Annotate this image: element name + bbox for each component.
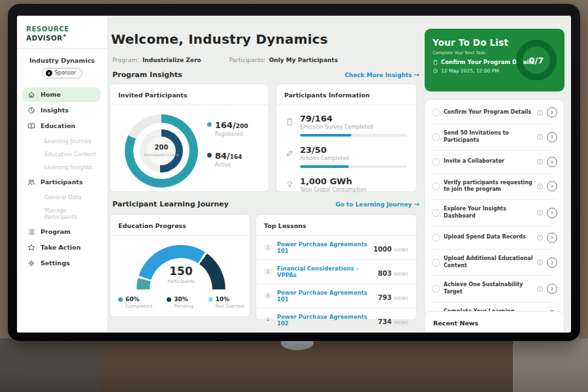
task-checkbox[interactable]: [432, 133, 440, 141]
legend-total: 200: [236, 123, 248, 129]
sidebar-item-label: Take Action: [41, 244, 81, 251]
views-word: views: [393, 247, 408, 253]
program-dropdown[interactable]: Program: Industrialize Zero: [112, 54, 210, 66]
task-label: Explore Your Insights Dashboard: [444, 206, 533, 220]
lesson-link[interactable]: Financial Considerations - VPPAs: [277, 265, 373, 278]
lesson-link[interactable]: Power Purchase Agreements 101: [277, 289, 373, 302]
arrow-right-icon: →: [414, 201, 419, 208]
todo-task[interactable]: Confirm Your Program Details ? ›: [432, 101, 557, 123]
todo-task[interactable]: Achieve One Sustainability Target ? ›: [432, 275, 557, 302]
recent-news-card: Recent News: [425, 311, 564, 333]
filters-row: Program: Industrialize Zero Participants…: [112, 54, 346, 66]
dashboard-screen: RESOURCE ADVISOR+ Industry Dynamics Spon…: [17, 16, 571, 333]
legend-label: Not Started: [216, 303, 244, 309]
gauge-center: 150 Participants: [137, 265, 225, 284]
link-text: Check More Insights: [344, 72, 412, 78]
sidebar-item-take-action[interactable]: Take Action: [22, 240, 101, 255]
lesson-views: 803: [378, 270, 392, 277]
sidebar-item-learning-journey[interactable]: Learning Journey: [44, 135, 101, 148]
todo-hero-card: Your To Do List Complete Your Next Task:…: [425, 29, 564, 91]
invited-participants-card: Invited Participants 200 Participants In…: [110, 84, 269, 192]
todo-task[interactable]: Invite a Collaborator ? ›: [432, 150, 557, 173]
task-checkbox[interactable]: [432, 209, 440, 217]
stat-label: Actions Completed: [300, 155, 407, 161]
todo-task[interactable]: Send 50 Invitations to Participants ? ›: [432, 123, 557, 150]
take-action-icon: [27, 244, 35, 252]
task-label: Send 50 Invitations to Participants: [444, 130, 533, 144]
stat-emission-survey: 79/164 Emission Survey Completed: [286, 114, 407, 137]
participants-dropdown[interactable]: Participants: Only My Participants: [229, 54, 346, 66]
lightbulb-icon: [286, 179, 294, 191]
todo-task[interactable]: Verify participants requesting to join t…: [432, 173, 557, 200]
task-checkbox[interactable]: [432, 285, 440, 293]
gauge-legend: 60% Completed 30% Pending 10% Not Starte…: [118, 296, 244, 309]
legend-dot: [208, 297, 213, 302]
todo-due-label: 12 May 2025, 12:00 PM: [441, 68, 499, 74]
task-checkbox[interactable]: [432, 259, 440, 267]
progress-fill: [300, 134, 351, 137]
legend-dot: [167, 297, 171, 302]
leaf-icon: [286, 148, 294, 160]
chevron-right-icon[interactable]: ›: [547, 181, 557, 191]
brand-logo: RESOURCE ADVISOR+: [26, 25, 107, 42]
chevron-right-icon[interactable]: ›: [547, 107, 557, 118]
lesson-views: 793: [378, 294, 392, 301]
lesson-row: 1 Power Purchase Agreements 101 1000view…: [256, 236, 416, 260]
donut-legend: 164/200 Registered 84/164 Active: [207, 118, 248, 180]
task-label: Achieve One Sustainability Target: [444, 282, 533, 296]
book-icon: [27, 122, 35, 130]
bolt-icon: [46, 70, 52, 76]
sidebar-item-manage-participants[interactable]: Manage Participants: [44, 204, 101, 223]
lesson-link[interactable]: Power Purchase Agreements 101: [277, 241, 368, 254]
task-checkbox[interactable]: [432, 182, 440, 190]
sidebar-item-learning-insights[interactable]: Learning Insights: [44, 161, 101, 174]
sidebar-item-home[interactable]: Home: [22, 88, 101, 102]
sidebar-item-participants[interactable]: Participants: [22, 175, 101, 189]
task-checkbox[interactable]: [432, 108, 440, 116]
sidebar-item-program[interactable]: Program: [22, 225, 101, 239]
sidebar-item-general-data[interactable]: General Data: [44, 191, 101, 204]
participants-label: Participants:: [229, 57, 266, 63]
lesson-views: 734: [378, 318, 392, 325]
lesson-row: 4 Power Purchase Agreements 102 734views: [256, 308, 416, 333]
legend-item-active: 84/164 Active: [207, 149, 248, 168]
donut-center: 200 Participants Invited: [143, 137, 180, 165]
chevron-down-icon: [204, 54, 210, 66]
program-insights-header: Program Insights Check More Insights →: [112, 71, 419, 79]
todo-panel: Your To Do List Complete Your Next Task:…: [425, 16, 564, 333]
lesson-row: 2 Financial Considerations - VPPAs 803vi…: [256, 260, 416, 284]
check-more-insights-link[interactable]: Check More Insights →: [344, 71, 419, 78]
sponsor-badge[interactable]: Sponsor: [42, 68, 82, 78]
views-word: views: [393, 319, 408, 325]
sidebar-item-education-content[interactable]: Education Content: [44, 148, 101, 161]
chevron-right-icon[interactable]: ›: [547, 157, 557, 167]
chevron-right-icon[interactable]: ›: [547, 132, 557, 142]
stat-label: Emission Survey Completed: [300, 124, 407, 130]
lesson-rank: 3: [264, 292, 272, 300]
sidebar-item-label: Participants: [41, 178, 83, 186]
chevron-right-icon[interactable]: ›: [547, 284, 557, 294]
todo-task[interactable]: Upload Spend Data Records ? ›: [432, 226, 557, 249]
arrow-right-icon: →: [414, 71, 419, 78]
chevron-right-icon[interactable]: ›: [547, 257, 557, 268]
lesson-link[interactable]: Power Purchase Agreements 102: [277, 314, 373, 327]
task-checkbox[interactable]: [432, 234, 440, 242]
sidebar-item-insights[interactable]: Insights: [22, 103, 101, 118]
go-to-learning-journey-link[interactable]: Go to Learning Journey →: [336, 201, 419, 208]
task-label: Upload Additional Educational Content: [444, 255, 533, 270]
link-text: Go to Learning Journey: [336, 201, 412, 208]
chevron-right-icon[interactable]: ›: [547, 208, 557, 218]
gauge-center-value: 150: [137, 265, 225, 278]
todo-task[interactable]: Explore Your Insights Dashboard ? ›: [432, 199, 557, 226]
gear-icon: [27, 259, 35, 267]
participants-value: Only My Participants: [269, 57, 338, 63]
task-checkbox[interactable]: [432, 158, 440, 166]
todo-task[interactable]: Upload Additional Educational Content ? …: [432, 249, 557, 276]
legend-item-not-started: 10% Not Started: [208, 296, 244, 309]
brand-plus: +: [63, 33, 67, 39]
chevron-right-icon[interactable]: ›: [547, 233, 557, 243]
sidebar-item-settings[interactable]: Settings: [22, 256, 101, 270]
donut-center-label: Participants Invited: [144, 152, 179, 157]
sidebar-item-label: Education: [41, 122, 75, 129]
sidebar-item-education[interactable]: Education: [22, 119, 101, 133]
